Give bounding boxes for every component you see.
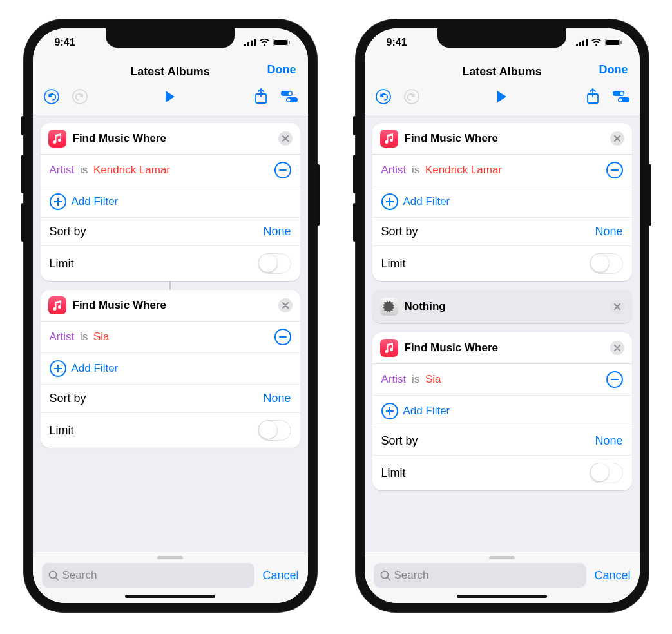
filter-field[interactable]: Artist [50, 331, 75, 343]
limit-switch[interactable] [590, 463, 623, 483]
connector [169, 281, 171, 290]
add-filter-row[interactable]: Add Filter [372, 186, 632, 218]
sort-by-label: Sort by [381, 434, 590, 448]
sort-by-value: None [263, 392, 291, 405]
filter-row[interactable]: Artist is Kendrick Lamar [41, 155, 300, 186]
sort-by-row[interactable]: Sort by None [372, 427, 632, 456]
notch [437, 28, 566, 48]
card-title: Find Music Where [405, 341, 604, 354]
content-area[interactable]: Find Music Where Artist is Kendrick Lama… [365, 115, 640, 552]
sort-by-row[interactable]: Sort by None [41, 385, 300, 413]
filter-operator[interactable]: is [80, 331, 88, 343]
sort-by-row[interactable]: Sort by None [41, 218, 300, 246]
remove-card-button[interactable] [610, 131, 624, 146]
settings-toggle-button[interactable] [611, 90, 631, 103]
add-filter-row[interactable]: Add Filter [41, 353, 300, 385]
grabber[interactable] [489, 556, 515, 559]
undo-button[interactable] [42, 88, 61, 105]
limit-label: Limit [50, 257, 253, 271]
cancel-button[interactable]: Cancel [594, 569, 630, 582]
filter-value[interactable]: Sia [425, 373, 441, 385]
svg-line-35 [387, 577, 390, 580]
svg-point-13 [287, 99, 290, 102]
card-title: Find Music Where [405, 132, 604, 145]
play-button[interactable] [492, 90, 512, 103]
sort-by-row[interactable]: Sort by None [372, 218, 632, 246]
share-button[interactable] [583, 88, 602, 105]
card-title: Find Music Where [73, 299, 272, 312]
cancel-button[interactable]: Cancel [262, 569, 298, 582]
add-filter-row[interactable]: Add Filter [372, 396, 632, 427]
filter-operator[interactable]: is [412, 373, 419, 385]
page-title: Latest Albums [462, 65, 541, 79]
find-music-card[interactable]: Find Music Where Artist is Kendrick Lama… [372, 123, 632, 281]
home-indicator[interactable] [125, 595, 215, 598]
limit-row: Limit [372, 456, 632, 490]
filter-row[interactable]: Artist is Sia [372, 364, 632, 396]
redo-button[interactable] [70, 88, 90, 105]
card-title: Nothing [405, 300, 604, 313]
remove-filter-button[interactable] [606, 371, 623, 388]
remove-filter-button[interactable] [274, 329, 291, 345]
done-button[interactable]: Done [599, 63, 628, 77]
limit-switch[interactable] [258, 253, 291, 274]
phone-left: 9:41 Latest Albums Done [24, 19, 317, 612]
limit-switch[interactable] [590, 253, 623, 274]
remove-card-button[interactable] [278, 298, 293, 312]
remove-card-button[interactable] [278, 131, 293, 146]
signal-icon [576, 39, 588, 46]
svg-rect-1 [247, 42, 249, 46]
sort-by-value: None [595, 225, 622, 238]
sort-by-label: Sort by [50, 392, 258, 405]
filter-row[interactable]: Artist is Sia [41, 322, 300, 353]
filter-value[interactable]: Kendrick Lamar [93, 164, 170, 176]
svg-rect-0 [244, 44, 246, 46]
grabber[interactable] [157, 556, 183, 559]
filter-field[interactable]: Artist [381, 373, 407, 385]
search-input[interactable]: Search [374, 563, 587, 588]
play-button[interactable] [160, 90, 180, 103]
card-title: Find Music Where [73, 132, 272, 145]
signal-icon [244, 39, 256, 46]
nav-bar: Latest Albums Done [365, 57, 640, 115]
limit-switch[interactable] [258, 420, 291, 441]
remove-card-button[interactable] [610, 300, 624, 314]
remove-filter-button[interactable] [274, 162, 291, 178]
sort-by-value: None [595, 434, 622, 448]
share-button[interactable] [251, 88, 271, 105]
status-time: 9:41 [55, 37, 75, 48]
nothing-card[interactable]: Nothing [372, 290, 632, 323]
filter-operator[interactable]: is [80, 164, 88, 176]
add-filter-row[interactable]: Add Filter [41, 186, 300, 218]
filter-value[interactable]: Kendrick Lamar [425, 164, 502, 176]
home-indicator[interactable] [457, 595, 547, 598]
svg-rect-2 [251, 41, 253, 47]
content-area[interactable]: Find Music Where Artist is Kendrick Lama… [33, 115, 308, 552]
battery-icon [605, 39, 622, 46]
music-app-icon [380, 130, 398, 148]
filter-operator[interactable]: is [412, 164, 419, 176]
filter-row[interactable]: Artist is Kendrick Lamar [372, 155, 632, 186]
svg-rect-6 [289, 41, 290, 44]
music-app-icon [380, 339, 398, 357]
page-title: Latest Albums [130, 65, 209, 79]
filter-field[interactable]: Artist [381, 164, 407, 176]
svg-rect-32 [611, 169, 619, 171]
find-music-card[interactable]: Find Music Where Artist is Sia Add Filte… [372, 332, 632, 490]
find-music-card[interactable]: Find Music Where Artist is Kendrick Lama… [41, 123, 300, 281]
notch [106, 28, 235, 48]
done-button[interactable]: Done [267, 63, 296, 77]
search-placeholder: Search [62, 569, 97, 582]
limit-row: Limit [372, 246, 632, 281]
search-input[interactable]: Search [42, 563, 255, 588]
add-filter-label: Add Filter [403, 405, 450, 418]
limit-label: Limit [381, 466, 584, 480]
remove-card-button[interactable] [610, 341, 624, 355]
filter-field[interactable]: Artist [50, 164, 75, 176]
remove-filter-button[interactable] [606, 162, 623, 178]
redo-button[interactable] [402, 88, 421, 105]
settings-toggle-button[interactable] [280, 90, 299, 103]
filter-value[interactable]: Sia [93, 331, 110, 343]
undo-button[interactable] [374, 88, 393, 105]
find-music-card[interactable]: Find Music Where Artist is Sia Add Filte… [41, 290, 300, 448]
